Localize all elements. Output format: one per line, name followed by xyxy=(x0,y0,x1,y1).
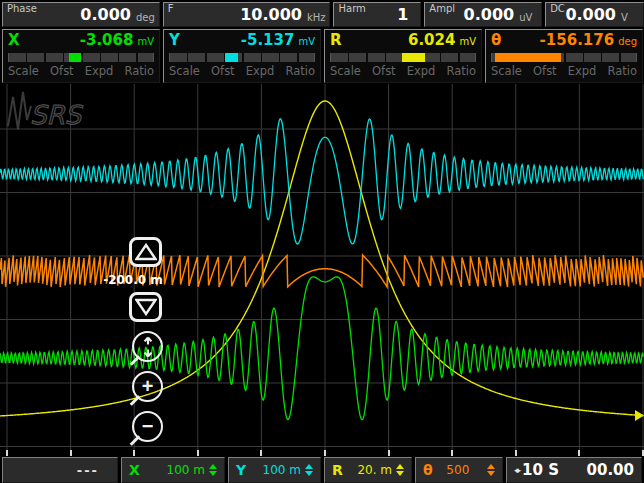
tab-ratio[interactable]: Ratio xyxy=(607,64,637,78)
r-scale-letter: R xyxy=(332,462,343,478)
time-tick xyxy=(451,450,453,456)
phase-label: Phase xyxy=(7,3,37,14)
pan-down-button[interactable] xyxy=(129,292,162,322)
time-tick xyxy=(578,450,580,456)
channel-r-panel[interactable]: R 6.024 mV Scale Ofst Expd Ratio xyxy=(324,29,482,83)
tab-ratio[interactable]: Ratio xyxy=(446,64,476,78)
theta-scale-segment[interactable]: θ 500 xyxy=(415,457,503,483)
trace-r xyxy=(0,101,643,416)
r-scale-segment[interactable]: R 20. m xyxy=(324,457,412,483)
up-down-arrows-icon[interactable] xyxy=(396,464,404,476)
theta-scale-letter: θ xyxy=(423,462,433,478)
tab-ratio[interactable]: Ratio xyxy=(285,64,315,78)
channel-r-value: 6.024 xyxy=(342,31,456,49)
triangle-down-icon xyxy=(135,298,157,316)
channel-r-unit: mV xyxy=(459,36,476,47)
tab-scale[interactable]: Scale xyxy=(491,64,522,78)
amplitude-value: 0.000 xyxy=(464,5,515,24)
slider-indicator[interactable] xyxy=(402,53,425,62)
zoom-in-button[interactable]: + xyxy=(132,371,163,402)
pan-up-button[interactable] xyxy=(129,237,162,267)
time-tick xyxy=(197,450,199,456)
run-state-value: --- xyxy=(77,463,99,478)
time-tick xyxy=(133,450,135,456)
x-scale-letter: X xyxy=(129,462,140,478)
tab-scale[interactable]: Scale xyxy=(169,64,200,78)
tab-ofst[interactable]: Ofst xyxy=(211,64,235,78)
frequency-setting[interactable]: F 10.000 kHz xyxy=(163,2,331,27)
time-span-segment[interactable]: ◂▸ 10 S 00.00 xyxy=(506,457,642,483)
x-scale-segment[interactable]: X 100 m xyxy=(121,457,225,483)
slider-indicator[interactable] xyxy=(69,53,81,62)
tab-expd[interactable]: Expd xyxy=(568,64,597,78)
channel-y-panel[interactable]: Y -5.137 mV Scale Ofst Expd Ratio xyxy=(163,29,321,83)
harmonic-value: 1 xyxy=(397,5,408,24)
time-axis-ticks xyxy=(0,450,644,457)
slider-indicator[interactable] xyxy=(495,53,561,62)
phase-unit: deg xyxy=(136,12,155,24)
phase-value: 0.000 xyxy=(80,5,131,24)
tab-scale[interactable]: Scale xyxy=(330,64,361,78)
dc-value: 0.000 xyxy=(565,5,616,24)
tab-ofst[interactable]: Ofst xyxy=(50,64,74,78)
slider-indicator[interactable] xyxy=(225,53,238,62)
minus-icon: − xyxy=(142,416,154,436)
channel-y-offset-slider[interactable] xyxy=(169,53,315,62)
left-right-arrows-icon: ◂▸ xyxy=(514,465,519,475)
up-down-arrows-icon[interactable] xyxy=(209,464,217,476)
channel-theta-offset-slider[interactable] xyxy=(491,53,637,62)
up-down-arrows-icon[interactable] xyxy=(305,464,313,476)
amplitude-unit: uV xyxy=(519,12,537,24)
phase-setting[interactable]: Phase 0.000 deg xyxy=(2,2,160,27)
zoom-out-button[interactable]: − xyxy=(132,411,163,442)
harmonic-setting[interactable]: Harm 1 xyxy=(333,2,421,27)
trace-x xyxy=(0,277,643,420)
trace-theta xyxy=(0,255,643,287)
time-readout: 00.00 xyxy=(587,461,634,479)
time-span-value: 10 S xyxy=(522,461,559,479)
dc-unit: V xyxy=(621,12,639,24)
channel-x-unit: mV xyxy=(137,36,154,47)
channel-x-value: -3.068 xyxy=(20,31,134,49)
channel-r-letter: R xyxy=(330,31,342,49)
dc-setting[interactable]: DC 0.000 V xyxy=(545,2,644,27)
y-scale-segment[interactable]: Y 100 m xyxy=(228,457,321,483)
channel-x-offset-slider[interactable] xyxy=(8,53,154,62)
srs-logo-text: SRS xyxy=(30,100,84,130)
channel-y-unit: mV xyxy=(298,36,315,47)
waveform-plot: SRS xyxy=(0,84,644,450)
channel-r-offset-slider[interactable] xyxy=(330,53,476,62)
tab-expd[interactable]: Expd xyxy=(246,64,275,78)
channel-y-letter: Y xyxy=(169,31,180,49)
strip-chart-area[interactable]: SRS -200.0 m + − xyxy=(0,84,644,450)
tab-ratio[interactable]: Ratio xyxy=(124,64,154,78)
amplitude-setting[interactable]: Ampl 0.000 uV xyxy=(424,2,542,27)
frequency-unit: kHz xyxy=(307,12,326,24)
channel-x-panel[interactable]: X -3.068 mV Scale Ofst Expd Ratio xyxy=(2,29,160,83)
triangle-up-icon xyxy=(135,243,157,261)
auto-scale-button[interactable] xyxy=(132,331,163,362)
settings-bar: Phase 0.000 deg F 10.000 kHz Harm 1 Ampl… xyxy=(0,0,644,27)
harmonic-label: Harm xyxy=(338,3,365,14)
frequency-value: 10.000 xyxy=(240,5,302,24)
tab-ofst[interactable]: Ofst xyxy=(372,64,396,78)
channel-theta-value: -156.176 xyxy=(501,31,614,49)
amplitude-label: Ampl xyxy=(429,3,455,14)
lockin-amplifier-screen: Phase 0.000 deg F 10.000 kHz Harm 1 Ampl… xyxy=(0,0,644,483)
run-state-segment[interactable]: --- xyxy=(2,457,118,483)
theta-scale-value: 500 xyxy=(446,463,469,477)
scale-bar: --- X 100 m Y 100 m R 20. m θ 500 xyxy=(0,457,644,483)
tab-ofst[interactable]: Ofst xyxy=(533,64,557,78)
up-down-arrows-icon[interactable] xyxy=(487,464,495,476)
time-tick xyxy=(324,450,326,456)
tab-expd[interactable]: Expd xyxy=(407,64,436,78)
srs-logo-squiggle xyxy=(8,92,31,129)
channel-theta-unit: deg xyxy=(618,36,637,47)
time-tick xyxy=(260,450,262,456)
channel-x-letter: X xyxy=(8,31,20,49)
tab-expd[interactable]: Expd xyxy=(85,64,114,78)
offset-readout: -200.0 m xyxy=(101,273,165,287)
dc-label: DC xyxy=(550,3,565,14)
channel-theta-panel[interactable]: θ -156.176 deg Scale Ofst Expd Ratio xyxy=(485,29,643,83)
tab-scale[interactable]: Scale xyxy=(8,64,39,78)
